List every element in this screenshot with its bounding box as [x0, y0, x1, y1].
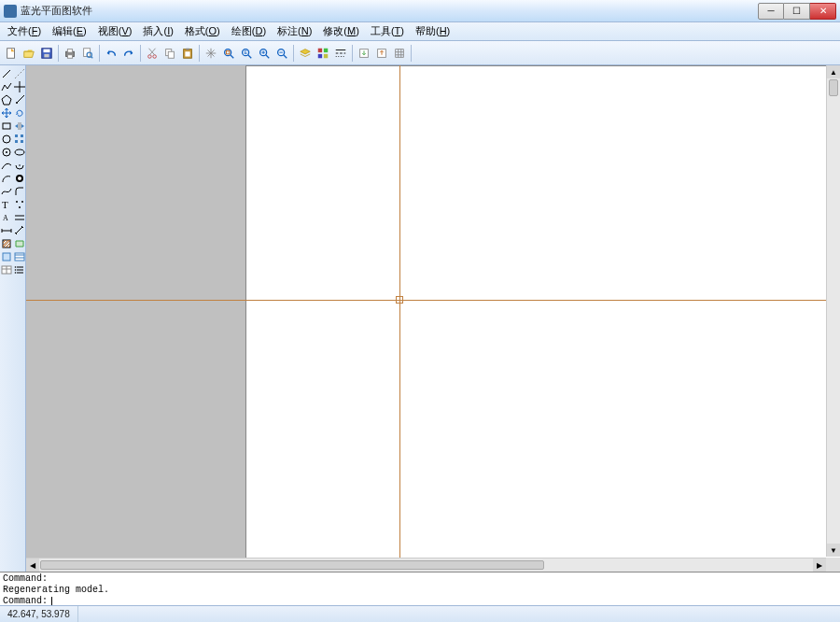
- maximize-button[interactable]: ☐: [784, 3, 810, 20]
- polygon-tool[interactable]: [0, 93, 13, 106]
- table-tool-tool[interactable]: [13, 250, 26, 263]
- circle-tool[interactable]: [0, 146, 13, 159]
- zoom-in-button[interactable]: [256, 45, 273, 62]
- construction-line-tool[interactable]: [13, 67, 26, 80]
- svg-point-59: [16, 102, 18, 104]
- command-prompt[interactable]: Command:: [3, 596, 837, 605]
- minimize-button[interactable]: ─: [758, 3, 784, 20]
- linetype-button[interactable]: [332, 45, 349, 62]
- table-tool[interactable]: [0, 263, 13, 276]
- circle-3p-tool[interactable]: [0, 133, 13, 146]
- menu-item-1[interactable]: 编辑(E): [47, 22, 92, 40]
- cut-button[interactable]: [144, 45, 161, 62]
- command-window[interactable]: Command: Regenerating model. Command:: [0, 572, 840, 605]
- new-file-button[interactable]: [3, 45, 20, 62]
- region-tool[interactable]: [13, 237, 26, 250]
- menu-item-5[interactable]: 绘图(D): [226, 22, 272, 40]
- toolbar-separator: [352, 45, 353, 62]
- color-button[interactable]: [315, 45, 331, 62]
- donut-tool[interactable]: [13, 172, 26, 185]
- curve-tool[interactable]: [0, 159, 13, 172]
- open-file-button[interactable]: [21, 45, 37, 62]
- menu-item-7[interactable]: 修改(M): [317, 22, 365, 40]
- point-multi-tool[interactable]: [13, 198, 26, 211]
- svg-line-13: [149, 48, 155, 54]
- svg-rect-18: [185, 51, 189, 56]
- svg-line-75: [15, 233, 17, 234]
- crosshair-pick-box: [396, 296, 403, 304]
- ray-tool[interactable]: [13, 93, 26, 106]
- rotate-tool[interactable]: [13, 106, 26, 120]
- crosshair-horizontal: [26, 300, 840, 301]
- horizontal-scrollbar[interactable]: ◀ ▶: [26, 558, 826, 572]
- arc-tool[interactable]: [0, 172, 13, 185]
- export-button[interactable]: [373, 45, 390, 62]
- svg-point-84: [15, 269, 17, 271]
- scroll-down-button[interactable]: ▼: [827, 544, 840, 557]
- pan-button[interactable]: [203, 45, 219, 62]
- zoom-window-button[interactable]: [220, 45, 237, 62]
- dim-aligned-tool[interactable]: [13, 224, 26, 237]
- zoom-extents-button[interactable]: E: [238, 45, 255, 62]
- window-title: 蓝光平面图软件: [21, 4, 758, 18]
- print-button[interactable]: [62, 45, 78, 62]
- svg-rect-62: [21, 134, 23, 137]
- ellipse-tool[interactable]: [13, 146, 26, 159]
- menu-item-6[interactable]: 标注(N): [272, 22, 317, 40]
- multiline-tool[interactable]: [13, 211, 26, 224]
- svg-rect-40: [378, 49, 386, 57]
- toolbar-separator: [411, 45, 412, 62]
- list-tool-tool[interactable]: [13, 263, 26, 276]
- titlebar: 蓝光平面图软件 ─ ☐ ✕: [0, 0, 840, 22]
- svg-text:A: A: [3, 214, 8, 222]
- scroll-thumb-vertical[interactable]: [829, 79, 838, 96]
- rectangle-tool[interactable]: [0, 120, 13, 133]
- array-tool[interactable]: [13, 133, 26, 146]
- svg-rect-5: [67, 49, 72, 52]
- arc-center-tool[interactable]: [13, 159, 26, 172]
- drawing-area[interactable]: ▲ ▼ ◀ ▶: [26, 65, 840, 572]
- menu-item-9[interactable]: 帮助(H): [410, 22, 455, 40]
- paste-button[interactable]: [179, 45, 196, 62]
- print-preview-button[interactable]: [79, 45, 96, 62]
- scroll-corner: [826, 558, 840, 572]
- copy-button[interactable]: [161, 45, 178, 62]
- menu-item-0[interactable]: 文件(F): [2, 22, 47, 40]
- layer-button[interactable]: [297, 45, 314, 62]
- spline-tool[interactable]: [0, 185, 13, 198]
- zoom-out-button[interactable]: [273, 45, 290, 62]
- undo-button[interactable]: [103, 45, 119, 62]
- xline-tool[interactable]: [13, 80, 26, 93]
- redo-button[interactable]: [120, 45, 137, 62]
- block-tool[interactable]: [0, 250, 13, 263]
- fillet-tool[interactable]: [13, 185, 26, 198]
- text-big-tool[interactable]: T: [0, 198, 13, 211]
- vertical-scrollbar[interactable]: ▲ ▼: [826, 65, 840, 557]
- scroll-up-button[interactable]: ▲: [827, 65, 840, 78]
- svg-point-19: [225, 49, 231, 55]
- save-button[interactable]: [38, 45, 55, 62]
- mirror-tool[interactable]: [13, 120, 26, 133]
- polyline-tool[interactable]: [0, 80, 13, 93]
- scroll-thumb-horizontal[interactable]: [40, 560, 544, 570]
- svg-rect-3: [44, 53, 49, 57]
- menu-item-8[interactable]: 工具(T): [365, 22, 410, 40]
- svg-rect-39: [360, 49, 369, 57]
- grid-button[interactable]: [391, 45, 408, 62]
- svg-line-60: [17, 95, 24, 103]
- menu-item-4[interactable]: 格式(O): [179, 22, 226, 40]
- close-button[interactable]: ✕: [810, 3, 836, 20]
- text-small-tool[interactable]: A: [0, 211, 13, 224]
- svg-point-69: [16, 201, 18, 203]
- move-tool[interactable]: [0, 106, 13, 120]
- import-button[interactable]: [356, 45, 372, 62]
- svg-point-70: [21, 201, 23, 203]
- scroll-right-button[interactable]: ▶: [813, 558, 826, 572]
- dim-linear-tool[interactable]: [0, 224, 13, 237]
- svg-rect-33: [324, 48, 328, 51]
- hatch-tool[interactable]: [0, 237, 13, 250]
- scroll-left-button[interactable]: ◀: [26, 558, 39, 572]
- line-tool[interactable]: [0, 67, 13, 80]
- menu-item-2[interactable]: 视图(V): [92, 22, 138, 40]
- menu-item-3[interactable]: 插入(I): [137, 22, 178, 40]
